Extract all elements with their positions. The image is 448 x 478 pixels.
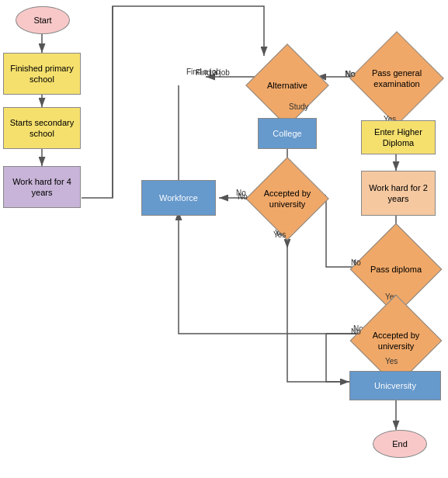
start-node: Start [16, 6, 70, 34]
workforce-node: Workforce [141, 180, 216, 216]
yes-label-1: Yes [273, 230, 286, 239]
work-hard-2-node: Work hard for 2 years [361, 171, 436, 216]
alternative-node: Alternative [245, 43, 328, 126]
yes-label-accepted-uni2: Yes [385, 357, 398, 365]
starts-secondary-node: Starts secondary school [3, 107, 81, 149]
enter-higher-node: Enter Higher Diploma [361, 120, 436, 154]
college-node: College [258, 118, 317, 149]
end-node: End [373, 430, 427, 458]
no-label-pass-general: No [346, 70, 356, 78]
no-label-accepted-uni2: No [351, 327, 361, 336]
university-node: Unicversity [349, 371, 441, 400]
pass-general-node: Pass general examination [349, 31, 444, 126]
finished-primary-node: Finished primary school [3, 53, 81, 95]
work-hard-4-node: Work hard for 4 years [3, 166, 81, 208]
flowchart-canvas: Find a job Study No Yes No Yes No Yes No… [0, 0, 448, 478]
study-label: Study [289, 102, 309, 111]
no-label-1: No [238, 192, 248, 201]
no-label-pass-diploma: No [351, 258, 361, 267]
accepted-uni1-node: Accepted by university [245, 157, 328, 240]
find-a-job-label: Find a job [186, 68, 221, 76]
